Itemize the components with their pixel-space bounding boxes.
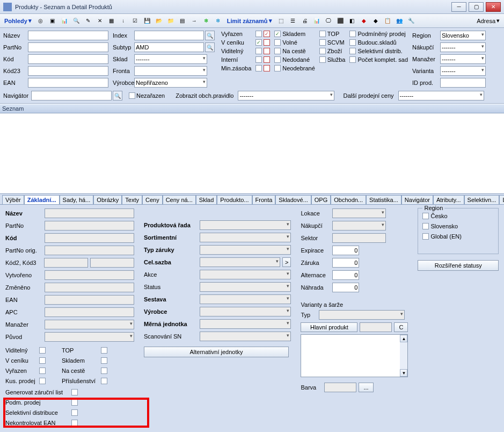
toolbar-icon-12[interactable]: 📁 [166, 16, 176, 26]
di-barva[interactable] [324, 383, 356, 392]
chk-selektivni[interactable] [349, 48, 356, 54]
toolbar-icon-21[interactable]: 🖵 [324, 16, 333, 26]
di-partno-orig[interactable] [45, 246, 134, 255]
dd-vyrobce[interactable] [200, 307, 291, 316]
chk-top[interactable] [319, 31, 326, 37]
input-subtyp[interactable] [134, 42, 204, 52]
toolbar-icon-8[interactable]: ↓ [119, 16, 128, 26]
toolbar-icon-10[interactable]: 💾 [142, 16, 152, 26]
chk-vyrazen-a[interactable] [255, 31, 262, 37]
select-nakupci[interactable]: ------- [440, 42, 486, 52]
tab-skladove[interactable]: Skladové... [275, 195, 311, 204]
dchk-skladem[interactable] [101, 357, 107, 364]
textarea-varianty[interactable]: ▲ ▼ [301, 334, 408, 377]
select-vyrobce[interactable]: Nepřiřazeno [134, 78, 207, 88]
btn-hlavni[interactable]: Hlavní produkt [301, 322, 357, 332]
chk-zbozi[interactable] [319, 48, 326, 54]
di-vytvoreno[interactable] [45, 270, 134, 280]
scroll-up-icon[interactable]: ▲ [400, 335, 407, 342]
chk-nezarazen[interactable] [129, 92, 135, 99]
dd-scan[interactable] [200, 332, 291, 341]
tab-fronta[interactable]: Fronta [252, 195, 276, 204]
chk-volne[interactable] [274, 39, 281, 46]
chk-vceniku-a[interactable] [255, 39, 262, 46]
dchk-vyrazen[interactable] [39, 368, 46, 374]
btn-barva-pick[interactable]: ... [359, 383, 373, 392]
chk-neodebrane[interactable] [274, 65, 281, 71]
tab-vyber[interactable]: Výběr [2, 195, 24, 204]
di-kod3[interactable] [90, 258, 134, 268]
input-partno[interactable] [28, 42, 108, 52]
btn-rozsirene[interactable]: Rozšířené statusy [418, 260, 499, 271]
input-navigator[interactable] [31, 91, 112, 100]
tab-sklad[interactable]: Sklad [196, 195, 217, 204]
scrollbar[interactable]: ▲ ▼ [400, 335, 407, 377]
dd-sestava[interactable] [200, 294, 291, 304]
di-expirace[interactable] [332, 246, 359, 255]
toolbar-icon-5[interactable]: ✎ [83, 16, 93, 26]
input-index[interactable] [134, 31, 204, 40]
tab-navigator[interactable]: Navigátor [401, 195, 433, 204]
chk-nedodane[interactable] [274, 56, 281, 63]
dd-nakupci[interactable] [332, 221, 386, 231]
chk-interni-a[interactable] [255, 56, 262, 63]
dd-puvod[interactable] [45, 332, 134, 342]
toolbar-icon-11[interactable]: 📂 [154, 16, 164, 26]
chk-budouc[interactable] [349, 39, 356, 46]
minimize-button[interactable]: ─ [451, 2, 466, 12]
toolbar-icon-18[interactable]: ☰ [288, 16, 298, 26]
toolbar-icon-6[interactable]: ✕ [95, 16, 105, 26]
toolbar-icon-25[interactable]: ◆ [371, 16, 381, 26]
toolbar-icon-23[interactable]: ◧ [347, 16, 357, 26]
select-varianta[interactable]: ------- [440, 66, 486, 76]
tab-ceny[interactable]: Ceny [142, 195, 163, 204]
chk-vceniku-b[interactable] [264, 39, 270, 46]
input-ean[interactable] [28, 78, 108, 88]
dd-prodrada[interactable] [200, 220, 291, 230]
menu-pohledy[interactable]: Pohledy ▾ [2, 17, 34, 24]
toolbar-icon-27[interactable]: 👥 [395, 16, 404, 26]
di-nazev[interactable] [45, 208, 134, 218]
toolbar-icon-20[interactable]: 📊 [312, 16, 322, 26]
dd-typ[interactable] [319, 310, 405, 320]
di-hlavni[interactable] [360, 322, 392, 332]
dd-typzaruky[interactable] [200, 245, 291, 255]
tab-licence[interactable]: Licence [499, 195, 504, 204]
di-alternace[interactable] [332, 270, 359, 280]
toolbar-icon-26[interactable]: 📋 [383, 16, 392, 26]
dd-sort[interactable] [200, 233, 291, 242]
chk-viditelny-a[interactable] [255, 48, 262, 54]
chk-minzasoba-b[interactable] [264, 65, 270, 71]
select-sklad[interactable]: ------- [134, 54, 207, 64]
tab-atributy[interactable]: Atributy... [433, 195, 464, 204]
select-manazer[interactable]: ------- [440, 54, 486, 64]
chk-podmineny[interactable] [349, 31, 356, 37]
chk-naceste[interactable] [274, 48, 281, 54]
chk-viditelny-b[interactable] [264, 48, 270, 54]
chk-interni-b[interactable] [264, 56, 270, 63]
menu-adresa[interactable]: Adresa ▾ [474, 17, 502, 24]
dchk-kusprodej[interactable] [39, 378, 46, 384]
toolbar-icon-15[interactable]: ❄ [201, 16, 211, 26]
dchk-viditelny[interactable] [39, 347, 46, 354]
select-zobrazit[interactable]: ------- [238, 91, 334, 100]
dd-akce[interactable] [200, 270, 291, 279]
menu-limit[interactable]: Limit záznamů ▾ [225, 17, 274, 24]
dchk-top[interactable] [101, 347, 107, 354]
select-region[interactable]: Slovensko [440, 31, 486, 40]
chk-region-cz[interactable] [422, 213, 429, 219]
dd-manazer[interactable] [45, 320, 134, 329]
chk-skladem[interactable] [274, 31, 281, 37]
dd-celsazba[interactable] [200, 257, 280, 267]
tab-texty[interactable]: Texty [122, 195, 142, 204]
toolbar-icon-7[interactable]: ▦ [107, 16, 116, 26]
toolbar-icon-19[interactable]: 🖨 [300, 16, 310, 26]
toolbar-icon-24[interactable]: ◆ [359, 16, 369, 26]
scroll-down-icon[interactable]: ▼ [400, 369, 407, 377]
toolbar-icon-9[interactable]: ☑ [130, 16, 140, 26]
toolbar-icon-14[interactable]: → [189, 16, 199, 26]
toolbar-icon-16[interactable]: ❄ [213, 16, 223, 26]
tab-statistika[interactable]: Statistika... [366, 195, 401, 204]
chk-minzasoba-a[interactable] [255, 65, 262, 71]
toolbar-icon-4[interactable]: 🔍 [71, 16, 81, 26]
